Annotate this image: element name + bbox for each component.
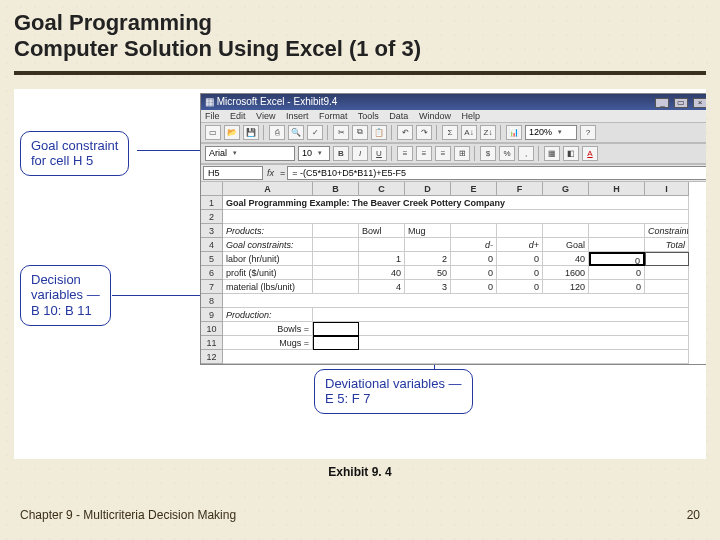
row-header[interactable]: 4: [201, 238, 223, 252]
bold-icon[interactable]: B: [333, 146, 349, 161]
cell[interactable]: 3: [405, 280, 451, 294]
cell[interactable]: [645, 252, 689, 266]
row-header[interactable]: 2: [201, 210, 223, 224]
chart-icon[interactable]: 📊: [506, 125, 522, 140]
cell[interactable]: [223, 294, 689, 308]
corner-cell[interactable]: [201, 182, 223, 196]
currency-icon[interactable]: $: [480, 146, 496, 161]
cell[interactable]: 4: [359, 280, 405, 294]
row-header[interactable]: 11: [201, 336, 223, 350]
col-header-g[interactable]: G: [543, 182, 589, 196]
percent-icon[interactable]: %: [499, 146, 515, 161]
cell[interactable]: 2: [405, 252, 451, 266]
fx-label[interactable]: fx: [263, 168, 278, 178]
align-left-icon[interactable]: ≡: [397, 146, 413, 161]
row-header[interactable]: 7: [201, 280, 223, 294]
cell[interactable]: Constraint: [645, 224, 689, 238]
name-box[interactable]: H5: [203, 166, 263, 180]
cut-icon[interactable]: ✂: [333, 125, 349, 140]
cell[interactable]: [451, 224, 497, 238]
cell[interactable]: [223, 350, 689, 364]
maximize-button[interactable]: ▭: [674, 98, 688, 108]
row-header[interactable]: 5: [201, 252, 223, 266]
cell[interactable]: 50: [405, 266, 451, 280]
cell-h5[interactable]: 0: [589, 252, 645, 266]
copy-icon[interactable]: ⧉: [352, 125, 368, 140]
menu-window[interactable]: Window: [419, 111, 451, 121]
cell[interactable]: Bowls =: [223, 322, 313, 336]
help-icon[interactable]: ?: [580, 125, 596, 140]
font-name-select[interactable]: Arial: [205, 146, 295, 161]
cell[interactable]: 0: [497, 252, 543, 266]
menu-edit[interactable]: Edit: [230, 111, 246, 121]
cell[interactable]: [313, 308, 689, 322]
save-icon[interactable]: 💾: [243, 125, 259, 140]
align-center-icon[interactable]: ≡: [416, 146, 432, 161]
italic-icon[interactable]: I: [352, 146, 368, 161]
cell[interactable]: profit ($/unit): [223, 266, 313, 280]
cell-b11[interactable]: [313, 336, 359, 350]
cell[interactable]: Goal constraints:: [223, 238, 313, 252]
cell[interactable]: [645, 266, 689, 280]
row-header[interactable]: 10: [201, 322, 223, 336]
underline-icon[interactable]: U: [371, 146, 387, 161]
cell[interactable]: 0: [589, 280, 645, 294]
menu-data[interactable]: Data: [389, 111, 408, 121]
menu-view[interactable]: View: [256, 111, 275, 121]
autosum-icon[interactable]: Σ: [442, 125, 458, 140]
col-header-d[interactable]: D: [405, 182, 451, 196]
font-color-icon[interactable]: A: [582, 146, 598, 161]
cell[interactable]: 40: [359, 266, 405, 280]
sort-asc-icon[interactable]: A↓: [461, 125, 477, 140]
col-header-a[interactable]: A: [223, 182, 313, 196]
cell[interactable]: Mugs =: [223, 336, 313, 350]
cell[interactable]: [313, 266, 359, 280]
cell[interactable]: [405, 238, 451, 252]
cell[interactable]: Total: [645, 238, 689, 252]
menu-help[interactable]: Help: [461, 111, 480, 121]
cell[interactable]: [589, 238, 645, 252]
cell[interactable]: [543, 224, 589, 238]
row-header[interactable]: 9: [201, 308, 223, 322]
cell[interactable]: [313, 224, 359, 238]
cell[interactable]: 1600: [543, 266, 589, 280]
paste-icon[interactable]: 📋: [371, 125, 387, 140]
row-header[interactable]: 1: [201, 196, 223, 210]
cell[interactable]: 0: [451, 266, 497, 280]
menu-tools[interactable]: Tools: [358, 111, 379, 121]
cell[interactable]: [359, 336, 689, 350]
minimize-button[interactable]: _: [655, 98, 669, 108]
cell[interactable]: [313, 238, 359, 252]
cell[interactable]: Goal Programming Example: The Beaver Cre…: [223, 196, 689, 210]
cell[interactable]: [645, 280, 689, 294]
cell[interactable]: [497, 224, 543, 238]
cell[interactable]: d-: [451, 238, 497, 252]
cell[interactable]: 0: [451, 252, 497, 266]
row-header[interactable]: 8: [201, 294, 223, 308]
cell[interactable]: Goal: [543, 238, 589, 252]
spreadsheet-grid[interactable]: A B C D E F G H I 1 Goal Programming Exa…: [201, 182, 706, 364]
menu-file[interactable]: File: [205, 111, 220, 121]
col-header-f[interactable]: F: [497, 182, 543, 196]
new-icon[interactable]: ▭: [205, 125, 221, 140]
cell[interactable]: 1: [359, 252, 405, 266]
comma-icon[interactable]: ,: [518, 146, 534, 161]
cell[interactable]: [359, 238, 405, 252]
undo-icon[interactable]: ↶: [397, 125, 413, 140]
print-icon[interactable]: ⎙: [269, 125, 285, 140]
redo-icon[interactable]: ↷: [416, 125, 432, 140]
cell[interactable]: labor (hr/unit): [223, 252, 313, 266]
cell[interactable]: [223, 210, 689, 224]
fill-icon[interactable]: ◧: [563, 146, 579, 161]
cell[interactable]: d+: [497, 238, 543, 252]
cell[interactable]: 120: [543, 280, 589, 294]
cell[interactable]: [313, 280, 359, 294]
cell[interactable]: material (lbs/unit): [223, 280, 313, 294]
cell[interactable]: 40: [543, 252, 589, 266]
cell[interactable]: 0: [451, 280, 497, 294]
menu-format[interactable]: Format: [319, 111, 348, 121]
cell-b10[interactable]: [313, 322, 359, 336]
align-right-icon[interactable]: ≡: [435, 146, 451, 161]
row-header[interactable]: 6: [201, 266, 223, 280]
cell[interactable]: [589, 224, 645, 238]
